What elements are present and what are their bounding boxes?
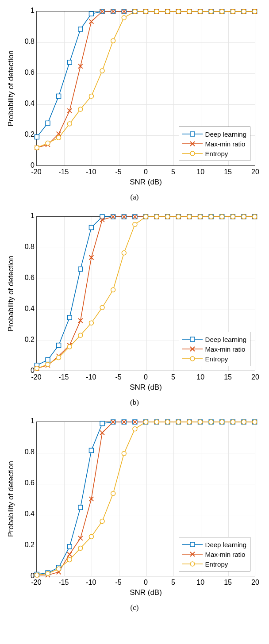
svg-point-80 — [220, 9, 224, 14]
plot-area: Deep learning Max-min ratio Entropy — [36, 11, 255, 166]
svg-point-173 — [242, 215, 246, 219]
legend-entry: Entropy — [181, 354, 246, 364]
legend-swatch-icon — [181, 139, 204, 149]
svg-point-83 — [253, 9, 257, 14]
svg-rect-2 — [57, 94, 61, 98]
legend-label: Entropy — [205, 150, 228, 157]
legend: Deep learning Max-min ratio Entropy — [179, 126, 250, 161]
ytick-label: 0.2 — [18, 541, 35, 549]
svg-point-157 — [67, 345, 72, 349]
ytick-label: 1 — [18, 417, 35, 425]
svg-rect-267 — [190, 542, 195, 547]
legend-swatch-icon — [181, 354, 204, 364]
xtick-label: -10 — [82, 168, 100, 176]
svg-point-246 — [46, 571, 50, 576]
svg-point-64 — [46, 141, 50, 146]
xtick-label: 5 — [164, 579, 182, 586]
xtick-label: -20 — [27, 579, 45, 586]
svg-point-256 — [154, 420, 159, 424]
svg-rect-95 — [78, 267, 83, 271]
subplot-label: (c) — [4, 603, 265, 612]
y-axis-label: Probability of detection — [7, 11, 15, 166]
legend-label: Max-min ratio — [205, 551, 246, 558]
xtick-label: 0 — [137, 168, 155, 176]
chart-panel-1: Probability of detection 00.20.40.60.81 … — [4, 210, 265, 407]
svg-point-253 — [122, 451, 126, 456]
svg-point-168 — [187, 215, 192, 219]
svg-point-250 — [89, 534, 93, 539]
svg-point-251 — [100, 519, 104, 523]
svg-point-260 — [198, 420, 203, 424]
legend-swatch-icon — [181, 540, 204, 549]
xtick-label: 15 — [219, 168, 237, 176]
svg-rect-0 — [35, 135, 39, 139]
xtick-label: -5 — [110, 168, 127, 176]
xtick-label: -5 — [110, 579, 127, 586]
svg-point-261 — [209, 420, 213, 424]
legend-label: Deep learning — [205, 541, 246, 548]
svg-point-265 — [253, 420, 257, 424]
svg-point-160 — [100, 305, 104, 310]
svg-point-68 — [89, 94, 93, 98]
svg-rect-85 — [190, 132, 195, 136]
xtick-label: -15 — [55, 373, 73, 381]
svg-point-161 — [111, 288, 115, 292]
svg-point-154 — [35, 366, 39, 371]
svg-point-254 — [133, 427, 137, 431]
subplot-label: (b) — [4, 398, 265, 407]
svg-point-82 — [242, 9, 246, 14]
legend: Deep learning Max-min ratio Entropy — [179, 537, 250, 571]
svg-point-166 — [165, 215, 170, 219]
svg-rect-3 — [67, 60, 72, 65]
ytick-label: 0.4 — [18, 305, 35, 313]
svg-point-259 — [187, 420, 192, 424]
svg-point-255 — [144, 420, 148, 424]
y-axis-label: Probability of detection — [7, 216, 15, 371]
legend-entry: Deep learning — [181, 334, 246, 344]
ytick-label: 0.6 — [18, 479, 35, 487]
svg-point-155 — [46, 362, 50, 367]
figure-container: Probability of detection 00.20.40.60.81 … — [0, 0, 269, 612]
xtick-label: -20 — [27, 168, 45, 176]
xtick-label: 20 — [246, 168, 264, 176]
x-axis-label: SNR (dB) — [36, 178, 255, 187]
legend-swatch-icon — [181, 334, 204, 344]
xtick-label: -5 — [110, 373, 127, 381]
ytick-label: 0.6 — [18, 274, 35, 282]
legend-swatch-icon — [181, 129, 204, 139]
svg-point-258 — [176, 420, 181, 424]
ytick-label: 1 — [18, 212, 35, 220]
svg-rect-94 — [67, 315, 72, 320]
svg-rect-92 — [46, 358, 50, 362]
svg-point-181 — [190, 356, 195, 361]
plot-outer: Probability of detection 00.20.40.60.81 … — [4, 4, 265, 190]
svg-point-66 — [67, 122, 72, 126]
svg-point-74 — [154, 9, 159, 14]
svg-point-163 — [133, 222, 137, 226]
svg-point-81 — [231, 9, 235, 14]
xtick-label: 0 — [137, 373, 155, 381]
ytick-label: 0.8 — [18, 243, 35, 251]
ytick-label: 1 — [18, 7, 35, 15]
svg-point-272 — [190, 562, 195, 566]
svg-point-164 — [144, 215, 148, 219]
svg-rect-187 — [89, 448, 93, 452]
svg-point-67 — [78, 107, 83, 111]
xtick-label: -15 — [55, 579, 73, 586]
svg-point-162 — [122, 251, 126, 255]
legend-entry: Max-min ratio — [181, 139, 246, 149]
svg-point-65 — [57, 135, 61, 140]
legend-label: Entropy — [205, 355, 228, 363]
xtick-label: 10 — [192, 373, 209, 381]
svg-rect-186 — [78, 505, 83, 510]
svg-point-79 — [209, 9, 213, 14]
svg-rect-96 — [89, 225, 93, 230]
svg-point-257 — [165, 420, 170, 424]
svg-point-159 — [89, 321, 93, 325]
legend-entry: Entropy — [181, 559, 246, 569]
svg-point-171 — [220, 215, 224, 219]
xtick-label: 5 — [164, 373, 182, 381]
svg-point-170 — [209, 215, 213, 219]
legend-entry: Deep learning — [181, 540, 246, 549]
xtick-label: 10 — [192, 168, 209, 176]
